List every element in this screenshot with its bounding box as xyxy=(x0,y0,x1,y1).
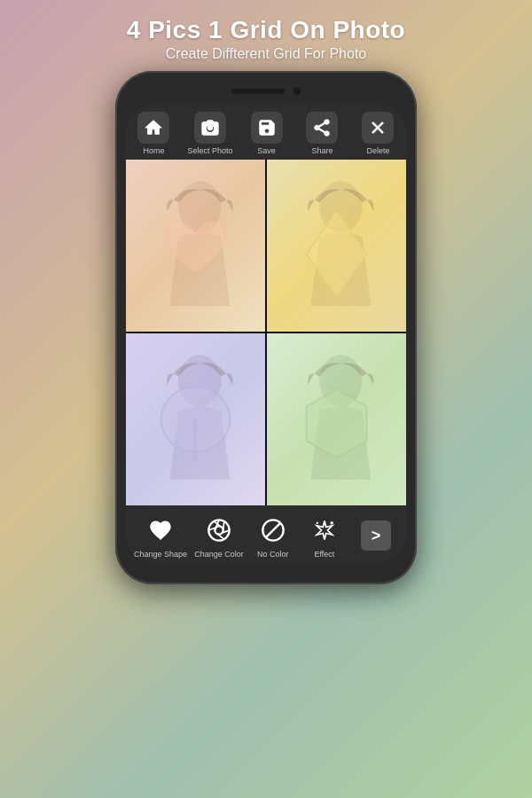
person-svg-4 xyxy=(267,333,406,505)
next-button[interactable]: > xyxy=(354,520,398,551)
person-overlay-1 xyxy=(126,160,265,332)
svg-line-15 xyxy=(223,521,224,530)
phone-bottom-bar xyxy=(126,563,406,574)
svg-point-19 xyxy=(317,522,318,524)
bottom-toolbar: Change Shape Change Color xyxy=(126,505,406,563)
photo-grid xyxy=(126,160,406,505)
select-photo-button[interactable]: Select Photo xyxy=(187,112,232,155)
app-title: 4 Pics 1 Grid On Photo xyxy=(127,16,405,44)
grid-cell-4[interactable] xyxy=(267,333,406,505)
person-svg-3 xyxy=(126,333,265,505)
grid-cell-1[interactable] xyxy=(126,160,265,332)
save-icon xyxy=(251,112,283,144)
floppy-svg xyxy=(257,118,277,137)
effect-label: Effect xyxy=(314,550,334,559)
home-button[interactable]: Home xyxy=(131,112,176,155)
camera-svg xyxy=(200,118,220,137)
change-color-label: Change Color xyxy=(194,550,244,559)
close-svg xyxy=(368,118,387,137)
person-svg-2 xyxy=(267,160,406,332)
person-overlay-3 xyxy=(126,333,265,505)
no-color-label: No Color xyxy=(257,550,289,559)
aperture-svg xyxy=(207,518,231,543)
home-svg xyxy=(144,118,163,137)
share-svg xyxy=(312,118,332,137)
change-color-button[interactable]: Change Color xyxy=(194,512,244,559)
svg-point-9 xyxy=(208,520,229,540)
delete-icon xyxy=(362,112,394,144)
heart-svg xyxy=(148,518,173,543)
delete-button[interactable]: Delete xyxy=(356,112,400,155)
phone-frame: Home Select Photo Save xyxy=(115,71,417,584)
sparkle-svg xyxy=(312,518,337,543)
share-icon xyxy=(306,112,338,144)
delete-label: Delete xyxy=(366,146,389,155)
camera-icon xyxy=(194,112,226,144)
top-toolbar: Home Select Photo Save xyxy=(126,105,406,160)
sparkle-icon xyxy=(307,512,342,548)
person-overlay-4 xyxy=(267,333,406,505)
home-icon xyxy=(137,112,169,144)
save-label: Save xyxy=(257,146,276,155)
home-label: Home xyxy=(143,146,164,155)
grid-cell-2[interactable] xyxy=(267,160,406,332)
grid-cell-3[interactable] xyxy=(126,333,265,505)
change-shape-button[interactable]: Change Shape xyxy=(134,512,187,559)
save-button[interactable]: Save xyxy=(245,112,289,155)
person-overlay-2 xyxy=(267,160,406,332)
phone-speaker xyxy=(231,89,285,94)
person-svg-1 xyxy=(126,160,265,332)
phone-top-bar xyxy=(126,82,406,101)
svg-line-17 xyxy=(266,523,280,537)
share-button[interactable]: Share xyxy=(300,112,344,155)
phone-camera xyxy=(293,88,301,95)
no-color-button[interactable]: No Color xyxy=(251,512,295,559)
no-color-svg xyxy=(261,518,286,543)
aperture-icon xyxy=(201,512,237,548)
select-photo-label: Select Photo xyxy=(187,146,232,155)
effect-button[interactable]: Effect xyxy=(302,512,347,559)
app-subtitle: Create Diffterent Grid For Photo xyxy=(127,46,405,62)
heart-icon xyxy=(143,512,178,548)
no-color-icon xyxy=(255,512,291,548)
share-label: Share xyxy=(311,146,332,155)
next-arrow-label: > xyxy=(372,527,381,545)
svg-point-18 xyxy=(330,521,333,525)
phone-screen: Home Select Photo Save xyxy=(126,105,406,563)
svg-rect-5 xyxy=(194,419,198,463)
app-header: 4 Pics 1 Grid On Photo Create Diffterent… xyxy=(109,0,423,71)
next-arrow-icon: > xyxy=(361,520,391,551)
change-shape-label: Change Shape xyxy=(134,550,187,559)
